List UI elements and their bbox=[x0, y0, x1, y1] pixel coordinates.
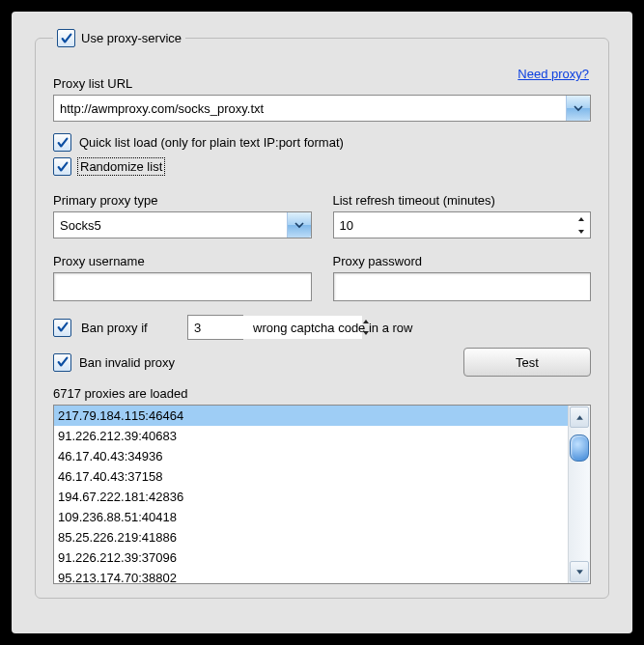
proxy-service-group: Use proxy-service Need proxy? Proxy list… bbox=[35, 29, 609, 599]
primary-type-value[interactable] bbox=[54, 212, 287, 238]
primary-type-combo[interactable] bbox=[53, 211, 312, 238]
scroll-up-button[interactable] bbox=[570, 407, 589, 428]
ban-if-checkbox[interactable] bbox=[53, 319, 71, 337]
list-item[interactable]: 109.236.88.51:40418 bbox=[54, 507, 568, 527]
password-input[interactable] bbox=[333, 272, 592, 301]
ban-if-tail-label: wrong captcha code in a row bbox=[253, 321, 412, 335]
list-item[interactable]: 91.226.212.39:40683 bbox=[54, 426, 568, 446]
randomize-checkbox[interactable] bbox=[53, 157, 71, 176]
use-proxy-checkbox[interactable] bbox=[57, 29, 75, 47]
quick-load-checkbox[interactable] bbox=[53, 133, 71, 152]
list-item[interactable]: 46.17.40.43:34936 bbox=[54, 446, 568, 466]
list-item[interactable]: 85.25.226.219:41886 bbox=[54, 527, 568, 547]
list-item[interactable]: 46.17.40.43:37158 bbox=[54, 466, 568, 487]
randomize-label: Randomize list bbox=[79, 159, 163, 174]
proxy-url-dropdown-button[interactable] bbox=[566, 96, 590, 121]
proxy-count-status: 6717 proxies are loaded bbox=[53, 386, 591, 401]
scroll-down-button[interactable] bbox=[570, 561, 589, 582]
primary-type-dropdown-button[interactable] bbox=[287, 212, 311, 238]
caret-down-icon bbox=[577, 228, 585, 236]
caret-up-icon bbox=[577, 215, 585, 223]
ban-invalid-label: Ban invalid proxy bbox=[79, 355, 175, 370]
use-proxy-label: Use proxy-service bbox=[81, 31, 182, 45]
scroll-thumb[interactable] bbox=[570, 435, 589, 462]
list-item[interactable]: 91.226.212.39:37096 bbox=[54, 547, 568, 568]
refresh-timeout-input[interactable] bbox=[334, 212, 574, 238]
proxy-url-combo[interactable] bbox=[53, 95, 591, 122]
proxy-url-input[interactable] bbox=[54, 96, 566, 121]
refresh-down-button[interactable] bbox=[573, 225, 590, 238]
need-proxy-link[interactable]: Need proxy? bbox=[518, 67, 589, 81]
ban-if-label: Ban proxy if bbox=[81, 321, 178, 335]
ban-if-spinner[interactable] bbox=[187, 315, 243, 340]
list-item[interactable]: 217.79.184.115:46464 bbox=[54, 406, 568, 426]
password-label: Proxy password bbox=[333, 254, 592, 268]
username-input[interactable] bbox=[53, 272, 312, 301]
refresh-up-button[interactable] bbox=[573, 212, 590, 225]
caret-down-icon bbox=[575, 568, 584, 576]
proxy-url-label: Proxy list URL bbox=[53, 76, 591, 91]
proxy-listbox[interactable]: 217.79.184.115:4646491.226.212.39:406834… bbox=[53, 405, 591, 584]
list-item[interactable]: 95.213.174.70:38802 bbox=[54, 568, 568, 583]
test-button-label: Test bbox=[516, 355, 539, 370]
refresh-timeout-spinner[interactable] bbox=[333, 211, 592, 238]
ban-invalid-checkbox[interactable] bbox=[53, 353, 71, 372]
chevron-down-icon bbox=[574, 103, 583, 113]
primary-type-label: Primary proxy type bbox=[53, 193, 312, 208]
username-label: Proxy username bbox=[53, 254, 312, 268]
scrollbar[interactable] bbox=[568, 406, 590, 583]
caret-up-icon bbox=[575, 413, 584, 422]
test-button[interactable]: Test bbox=[463, 348, 591, 377]
refresh-timeout-label: List refresh timeout (minutes) bbox=[333, 193, 592, 208]
chevron-down-icon bbox=[294, 220, 304, 230]
quick-load-label: Quick list load (only for plain text IP:… bbox=[79, 135, 344, 150]
list-item[interactable]: 194.67.222.181:42836 bbox=[54, 487, 568, 507]
